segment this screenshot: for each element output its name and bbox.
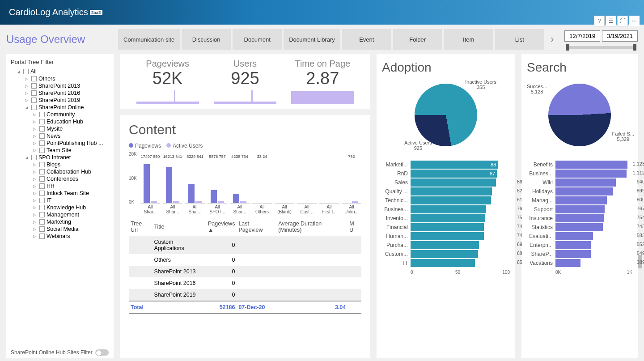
tree-node[interactable]: ◢SharePoint Online xyxy=(11,104,109,111)
tree-node[interactable]: ▷SharePoint 2019 xyxy=(11,97,109,104)
tree-node[interactable]: ▷Education Hub xyxy=(11,118,109,125)
tree-node[interactable]: ◢All xyxy=(11,68,109,75)
tree-arrow-icon[interactable]: ▷ xyxy=(33,177,38,181)
tree-arrow-icon[interactable]: ▷ xyxy=(33,119,38,124)
tree-arrow-icon[interactable]: ▷ xyxy=(33,198,38,203)
tree-arrow-icon[interactable]: ◢ xyxy=(17,69,21,74)
tab-document[interactable]: Document xyxy=(233,29,282,50)
tree-node[interactable]: ▷Social Media xyxy=(11,225,109,233)
tab-list[interactable]: List xyxy=(495,29,544,50)
tree-node[interactable]: ▷Blogs xyxy=(11,161,109,168)
col-header[interactable]: Pageviews▲ xyxy=(206,218,237,236)
checkbox[interactable] xyxy=(31,76,37,81)
checkbox[interactable] xyxy=(39,234,45,239)
bar-active-users[interactable] xyxy=(218,201,224,203)
table-row[interactable]: SharePoint 20160 xyxy=(129,277,361,289)
tree-arrow-icon[interactable]: ▷ xyxy=(33,234,38,238)
hbar-row[interactable]: Sales86 xyxy=(382,178,510,187)
tree-arrow-icon[interactable]: ▷ xyxy=(25,91,30,95)
tree-node[interactable]: ▷PointPublishing Hub ... xyxy=(11,140,109,147)
tree-node[interactable]: ▷Community xyxy=(11,111,109,118)
col-header[interactable]: Average Duration (Minutes) xyxy=(276,218,347,236)
hbar-row[interactable]: RnD87 xyxy=(382,170,510,178)
tree-arrow-icon[interactable]: ▷ xyxy=(25,76,30,81)
checkbox[interactable] xyxy=(23,69,29,74)
bar-active-users[interactable] xyxy=(352,201,358,203)
checkbox[interactable] xyxy=(31,83,37,89)
tree-node[interactable]: ▷Knowledge Hub xyxy=(11,204,109,211)
hbar-row[interactable]: Busines...1,112 xyxy=(527,170,632,178)
bar-active-users[interactable] xyxy=(195,201,202,203)
table-row[interactable]: Custom Applications0 xyxy=(129,236,361,255)
hbar-row[interactable]: Human...74 xyxy=(382,232,510,240)
bar-pageviews[interactable] xyxy=(166,167,172,203)
hbar-row[interactable]: Custom...68 xyxy=(382,250,510,258)
col-header[interactable]: Title xyxy=(152,218,206,236)
checkbox[interactable] xyxy=(39,126,45,132)
checkbox[interactable] xyxy=(39,219,45,225)
tree-arrow-icon[interactable]: ▷ xyxy=(33,227,38,231)
hbar-row[interactable]: Busines...76 xyxy=(382,205,510,213)
tree-node[interactable]: ▷Team Site xyxy=(11,147,109,154)
hbar-row[interactable]: Wiki940 xyxy=(527,178,632,187)
tree-arrow-icon[interactable]: ▷ xyxy=(33,212,38,217)
checkbox[interactable] xyxy=(39,133,45,139)
tree-node[interactable]: ▷SharePoint 2013 xyxy=(11,82,109,89)
checkbox[interactable] xyxy=(39,140,45,146)
checkbox[interactable] xyxy=(39,176,45,182)
checkbox[interactable] xyxy=(39,226,45,232)
hbar-row[interactable]: Financial74 xyxy=(382,223,510,231)
date-from[interactable]: 12/7/2019 xyxy=(564,30,600,42)
date-slider[interactable] xyxy=(568,46,635,49)
hbar-row[interactable]: IT65 xyxy=(382,259,510,267)
table-row[interactable]: SharePoint 20190 xyxy=(129,289,361,301)
hbar-row[interactable]: ShareP...549 xyxy=(527,250,632,258)
checkbox[interactable] xyxy=(39,119,45,124)
hbar-row[interactable]: Support767 xyxy=(527,205,632,213)
checkbox[interactable] xyxy=(39,169,45,174)
tree-node[interactable]: ▷SharePoint 2016 xyxy=(11,89,109,97)
tree-arrow-icon[interactable]: ▷ xyxy=(33,220,38,224)
tree-arrow-icon[interactable]: ▷ xyxy=(33,170,38,174)
tree-arrow-icon[interactable]: ▷ xyxy=(33,141,38,145)
bar-active-users[interactable] xyxy=(151,201,157,203)
hbar-row[interactable]: Purcha...69 xyxy=(382,241,510,249)
tree-node[interactable]: ▷Marketing xyxy=(11,218,109,225)
tree-arrow-icon[interactable]: ◢ xyxy=(25,155,30,160)
tree-arrow-icon[interactable]: ▷ xyxy=(25,98,30,102)
hbar-row[interactable]: Marketi...88 xyxy=(382,161,510,169)
checkbox[interactable] xyxy=(39,191,45,196)
checkbox[interactable] xyxy=(31,90,37,96)
tab-discussion[interactable]: Discussion xyxy=(182,29,231,50)
hbar-row[interactable]: Quality ...82 xyxy=(382,187,510,195)
tree-arrow-icon[interactable]: ◢ xyxy=(25,105,30,110)
tab-document-library[interactable]: Document Library xyxy=(284,29,340,50)
tree-arrow-icon[interactable]: ▷ xyxy=(25,84,30,88)
bar-pageviews[interactable] xyxy=(144,164,150,203)
hbar-row[interactable]: Statistics743 xyxy=(527,223,632,231)
hbar-row[interactable]: Benefits1,123 xyxy=(527,161,632,169)
col-header[interactable]: M U xyxy=(347,218,361,236)
date-to[interactable]: 3/19/2021 xyxy=(602,30,638,42)
table-row[interactable]: SharePoint 20130 xyxy=(129,266,361,277)
checkbox[interactable] xyxy=(39,205,45,210)
tree-node[interactable]: ▷HR xyxy=(11,183,109,190)
hbar-row[interactable]: Invento...75 xyxy=(382,214,510,222)
tab-event[interactable]: Event xyxy=(342,29,391,50)
tree-node[interactable]: ▷Collaboration Hub xyxy=(11,168,109,175)
tree-node[interactable]: ▷Intlock Team Site xyxy=(11,190,109,197)
tree-node[interactable]: ◢SPO Intranet xyxy=(11,154,109,161)
toggle-switch[interactable] xyxy=(95,349,109,356)
checkbox[interactable] xyxy=(39,212,45,217)
tab-communication-site[interactable]: Communication site xyxy=(118,29,180,50)
bar-active-users[interactable] xyxy=(240,201,246,203)
tree-arrow-icon[interactable]: ▷ xyxy=(33,184,38,188)
hbar-row[interactable]: Manag...800 xyxy=(527,196,632,204)
col-header[interactable]: Tree Url xyxy=(129,218,152,236)
checkbox[interactable] xyxy=(39,162,45,167)
tree-node[interactable]: ▷IT xyxy=(11,197,109,204)
tree-arrow-icon[interactable]: ▷ xyxy=(33,112,38,117)
tree-node[interactable]: ▷Conferences xyxy=(11,175,109,183)
tree-node[interactable]: ▷Others xyxy=(11,75,109,82)
tree-node[interactable]: ▷Webinars xyxy=(11,233,109,240)
